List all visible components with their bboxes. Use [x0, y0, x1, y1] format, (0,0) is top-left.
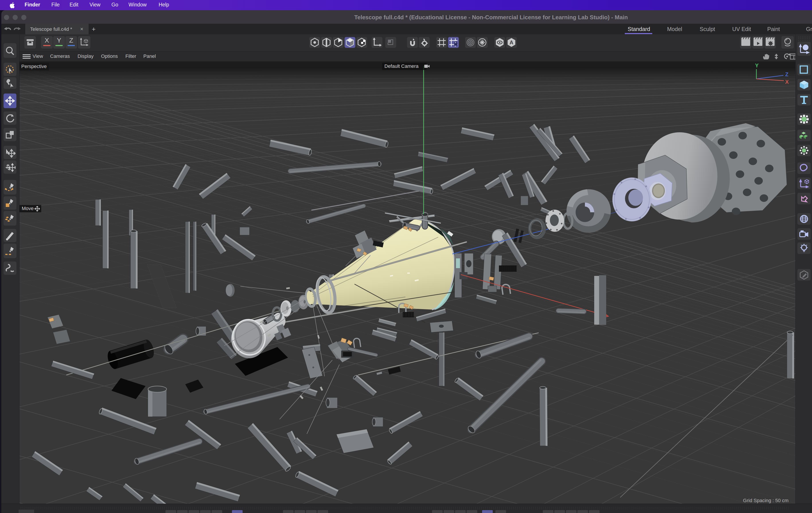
svg-text:Z: Z [785, 72, 788, 77]
svg-text:X: X [785, 79, 789, 85]
svg-text:Y: Y [755, 63, 759, 68]
svg-text:A: A [510, 39, 513, 46]
